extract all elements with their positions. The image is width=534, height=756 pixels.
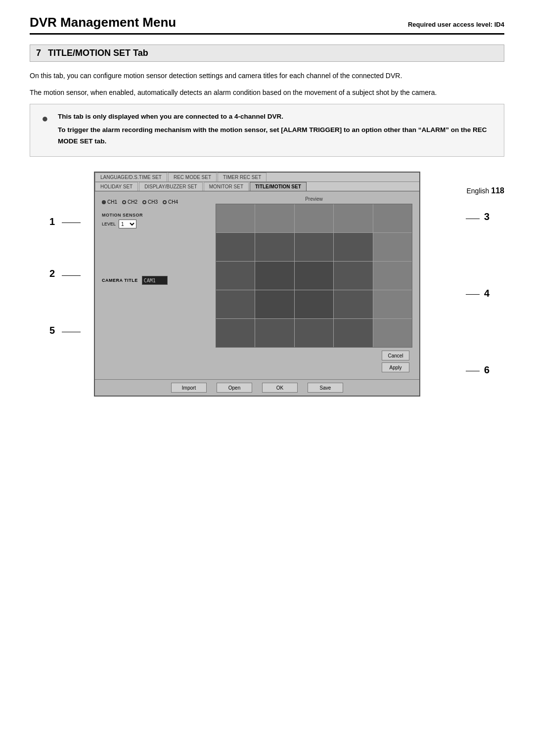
callout-3: 3 bbox=[484, 211, 490, 222]
tab-rec-mode[interactable]: REC MODE SET bbox=[168, 173, 217, 181]
grid-cell bbox=[255, 319, 294, 347]
cancel-button[interactable]: Cancel bbox=[382, 351, 409, 360]
notice-bullet-1: This tab is only displayed when you are … bbox=[58, 111, 495, 123]
grid-cell bbox=[255, 233, 294, 261]
camera-title-input[interactable] bbox=[142, 276, 168, 285]
callout-4: 4 bbox=[484, 288, 490, 299]
grid-cell bbox=[295, 262, 333, 290]
channel-1-radio[interactable]: CH1 bbox=[102, 199, 117, 205]
access-level: Required user access level: ID4 bbox=[408, 21, 504, 28]
channel-3-radio[interactable]: CH3 bbox=[142, 199, 158, 205]
grid-cell bbox=[295, 290, 333, 318]
ch2-radio-button[interactable] bbox=[122, 200, 126, 204]
grid-cell bbox=[373, 319, 412, 347]
dvr-dialog-inner: LANGUAGE/D.S.TIME SET REC MODE SET TIMER… bbox=[94, 172, 420, 397]
action-buttons: Cancel Apply bbox=[216, 348, 412, 374]
callout-2: 2 bbox=[49, 268, 55, 279]
tab-timer-rec[interactable]: TIMER REC SET bbox=[218, 173, 267, 181]
ch3-radio-button[interactable] bbox=[142, 200, 146, 204]
footer-language: English bbox=[466, 187, 489, 195]
camera-title-section: CAMERA TITLE bbox=[102, 276, 211, 285]
callout-6: 6 bbox=[484, 364, 490, 376]
channel-4-radio[interactable]: CH4 bbox=[163, 199, 178, 205]
grid-cell bbox=[255, 204, 294, 232]
grid-cell bbox=[373, 290, 412, 318]
open-button[interactable]: Open bbox=[217, 383, 252, 393]
ch3-label: CH3 bbox=[148, 199, 158, 205]
save-button[interactable]: Save bbox=[308, 383, 343, 393]
grid-cell bbox=[334, 319, 372, 347]
ch4-radio-button[interactable] bbox=[163, 200, 167, 204]
tab-display-buzzer[interactable]: DISPLAY/BUZZER SET bbox=[139, 182, 203, 191]
section-number: 7 bbox=[36, 48, 41, 58]
grid-cell bbox=[216, 319, 255, 347]
grid-cell bbox=[373, 233, 412, 261]
channel-selection: CH1 CH2 CH3 CH4 bbox=[102, 199, 211, 205]
callout-line-3 bbox=[466, 219, 480, 219]
apply-button[interactable]: Apply bbox=[382, 362, 409, 372]
body-paragraph-2: The motion sensor, when enabled, automat… bbox=[30, 88, 504, 98]
level-row: LEVEL 1 2 3 bbox=[102, 220, 211, 228]
footer-text: English 118 bbox=[466, 186, 504, 195]
ch1-label: CH1 bbox=[107, 199, 117, 205]
grid-cell bbox=[295, 319, 333, 347]
callout-line-4 bbox=[466, 294, 480, 295]
grid-cell bbox=[216, 262, 255, 290]
notice-icon: ● bbox=[39, 112, 51, 125]
grid-cell bbox=[334, 262, 372, 290]
body-paragraph-1: On this tab, you can configure motion se… bbox=[30, 71, 504, 82]
grid-cell bbox=[255, 262, 294, 290]
callout-1: 1 bbox=[49, 216, 55, 227]
dvr-main-content: CH1 CH2 CH3 CH4 bbox=[95, 191, 419, 379]
dvr-right-panel: Preview bbox=[216, 196, 412, 374]
grid-cell bbox=[334, 233, 372, 261]
tab-language[interactable]: LANGUAGE/D.S.TIME SET bbox=[95, 173, 167, 181]
page-number: 118 bbox=[491, 186, 504, 195]
grid-cell bbox=[373, 262, 412, 290]
import-button[interactable]: Import bbox=[171, 383, 207, 393]
ch2-label: CH2 bbox=[128, 199, 137, 205]
grid-cell bbox=[216, 204, 255, 232]
grid-cell bbox=[255, 290, 294, 318]
motion-sensor-label: MOTION SENSOR bbox=[102, 213, 211, 218]
grid-cell bbox=[334, 204, 372, 232]
callout-5: 5 bbox=[49, 325, 55, 336]
grid-cell bbox=[295, 204, 333, 232]
dvr-bottom-bar: Import Open OK Save bbox=[95, 379, 419, 396]
tab-title-motion[interactable]: TITLE/MOTION SET bbox=[250, 182, 307, 191]
preview-grid bbox=[216, 204, 412, 348]
tab-row-1: LANGUAGE/D.S.TIME SET REC MODE SET TIMER… bbox=[95, 173, 419, 182]
preview-label: Preview bbox=[216, 196, 412, 202]
grid-cell bbox=[334, 290, 372, 318]
tab-monitor[interactable]: MONITOR SET bbox=[204, 182, 249, 191]
section-heading: 7 TITLE/MOTION SET Tab bbox=[30, 44, 504, 62]
level-label: LEVEL bbox=[102, 222, 116, 226]
section-title: TITLE/MOTION SET Tab bbox=[48, 48, 148, 58]
ch4-label: CH4 bbox=[168, 199, 178, 205]
grid-cell bbox=[216, 233, 255, 261]
page-header: DVR Management Menu Required user access… bbox=[30, 15, 504, 30]
callout-line-6 bbox=[466, 371, 480, 371]
grid-cell bbox=[373, 204, 412, 232]
notice-content: This tab is only displayed when you are … bbox=[58, 111, 495, 149]
dvr-left-panel: CH1 CH2 CH3 CH4 bbox=[102, 196, 211, 374]
grid-cell bbox=[216, 290, 255, 318]
camera-title-label: CAMERA TITLE bbox=[102, 278, 138, 283]
tab-holiday[interactable]: HOLIDAY SET bbox=[95, 182, 138, 191]
motion-sensor-section: MOTION SENSOR LEVEL 1 2 3 bbox=[102, 213, 211, 228]
channel-2-radio[interactable]: CH2 bbox=[122, 199, 137, 205]
page-title: DVR Management Menu bbox=[30, 15, 176, 30]
tab-row-2: HOLIDAY SET DISPLAY/BUZZER SET MONITOR S… bbox=[95, 182, 419, 191]
notice-bullet-2: To trigger the alarm recording mechanism… bbox=[58, 125, 495, 147]
header-divider bbox=[30, 33, 504, 35]
level-select[interactable]: 1 2 3 bbox=[119, 220, 136, 228]
ok-button[interactable]: OK bbox=[262, 383, 298, 393]
ch1-radio-button[interactable] bbox=[102, 200, 106, 204]
grid-cell bbox=[295, 233, 333, 261]
notice-box: ● This tab is only displayed when you ar… bbox=[30, 104, 504, 157]
dvr-dialog: LANGUAGE/D.S.TIME SET REC MODE SET TIMER… bbox=[74, 172, 410, 397]
